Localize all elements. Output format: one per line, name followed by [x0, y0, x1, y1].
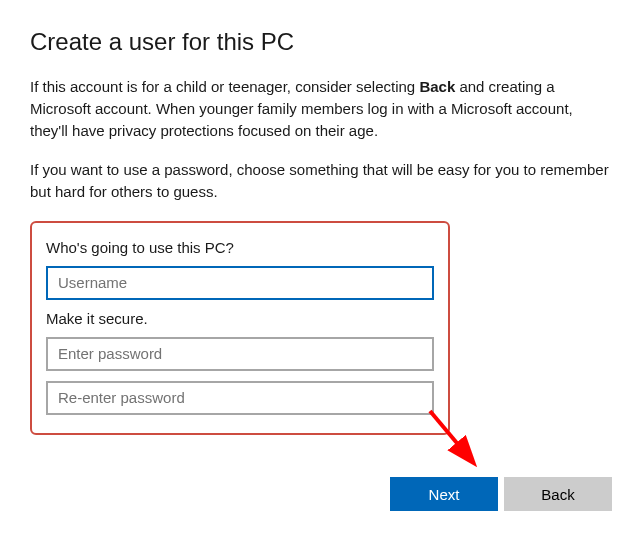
intro-para-1: If this account is for a child or teenag… [30, 76, 612, 141]
next-button[interactable]: Next [390, 477, 498, 511]
secure-label: Make it secure. [46, 310, 434, 327]
button-row: Next Back [390, 477, 612, 511]
intro-para-1-bold: Back [419, 78, 455, 95]
user-form-highlight-box: Who's going to use this PC? Make it secu… [30, 221, 450, 435]
who-label: Who's going to use this PC? [46, 239, 434, 256]
back-button[interactable]: Back [504, 477, 612, 511]
username-input[interactable] [46, 266, 434, 300]
password-input[interactable] [46, 337, 434, 371]
intro-para-1a: If this account is for a child or teenag… [30, 78, 419, 95]
page-title: Create a user for this PC [30, 28, 612, 56]
intro-para-2: If you want to use a password, choose so… [30, 159, 612, 203]
reenter-password-input[interactable] [46, 381, 434, 415]
